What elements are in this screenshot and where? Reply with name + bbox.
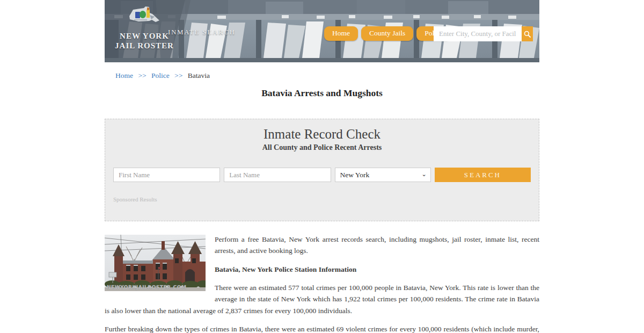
photo-watermark-text: NEWYORKJAILROSTER.COM (107, 285, 186, 290)
record-check-subtitle: All County and Police Recent Arrests (113, 143, 531, 152)
logo-name-line1: NEW YORK (112, 31, 177, 41)
breadcrumb: Home >> Police >> Batavia (115, 71, 539, 80)
breadcrumb-separator: >> (138, 71, 146, 79)
breadcrumb-separator: >> (174, 71, 182, 79)
breadcrumb-current-page: Batavia (188, 71, 210, 79)
logo-name-line2: JAIL ROSTER (112, 41, 177, 50)
record-check-title: Inmate Record Check (113, 127, 531, 142)
inmate-record-check-box: Inmate Record Check All County and Polic… (105, 119, 539, 221)
main-nav: Home County Jails Police (324, 26, 451, 41)
breadcrumb-police-link[interactable]: Police (151, 71, 170, 79)
breadcrumb-home-link[interactable]: Home (115, 71, 133, 79)
facility-search-input[interactable] (434, 26, 522, 41)
state-select-wrap: New York ⌄ (335, 168, 431, 182)
nav-home-button[interactable]: Home (324, 26, 358, 41)
content: NEWYORKJAILROSTER.COM Perform a free Bat… (105, 234, 539, 333)
search-submit-button[interactable]: SEARCH (435, 168, 531, 182)
state-select[interactable]: New York (335, 168, 431, 182)
new-york-state-logo-icon (128, 4, 161, 29)
site-header: NEW YORK JAIL ROSTER INMATE SEARCH Home … (105, 0, 539, 62)
first-name-input[interactable] (113, 168, 220, 182)
sponsored-results-label: Sponsored Results (113, 196, 531, 202)
nav-county-jails-button[interactable]: County Jails (361, 26, 413, 41)
inmate-search-tagline: INMATE SEARCH (168, 28, 236, 37)
header-search-button[interactable] (522, 26, 533, 41)
search-icon (524, 31, 531, 38)
page-title: Batavia Arrests and Mugshots (105, 88, 539, 99)
last-name-input[interactable] (224, 168, 331, 182)
header-search (434, 26, 533, 41)
site-logo[interactable]: NEW YORK JAIL ROSTER (112, 4, 177, 50)
inmate-search-form: New York ⌄ SEARCH (113, 168, 531, 182)
violent-crime-paragraph: Further breaking down the types of crime… (105, 323, 539, 333)
police-station-photo: NEWYORKJAILROSTER.COM (105, 235, 206, 291)
page-column: NEW YORK JAIL ROSTER INMATE SEARCH Home … (105, 0, 539, 333)
